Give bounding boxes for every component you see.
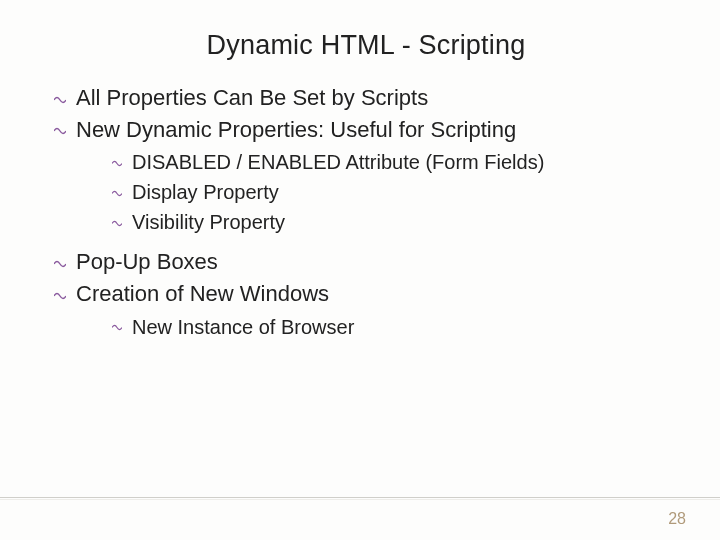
list-item-label: Pop-Up Boxes — [76, 249, 218, 274]
list-item: New Dynamic Properties: Useful for Scrip… — [54, 115, 684, 238]
list-item-label: New Instance of Browser — [132, 316, 354, 338]
list-item: New Instance of Browser — [112, 313, 684, 342]
page-number: 28 — [668, 510, 686, 528]
list-item-label: New Dynamic Properties: Useful for Scrip… — [76, 117, 516, 142]
bullet-icon — [112, 220, 122, 227]
list-item-label: Creation of New Windows — [76, 281, 329, 306]
list-item: Pop-Up Boxes — [54, 247, 684, 277]
divider-shadow — [0, 499, 720, 500]
list-item: Visibility Property — [112, 208, 684, 237]
bullet-icon — [54, 96, 66, 104]
bullet-icon — [112, 324, 122, 331]
bullet-icon — [54, 260, 66, 268]
slide: Dynamic HTML - Scripting All Properties … — [0, 0, 720, 540]
bullet-icon — [112, 190, 122, 197]
list-item: Display Property — [112, 178, 684, 207]
list-item: All Properties Can Be Set by Scripts — [54, 83, 684, 113]
bullet-icon — [54, 292, 66, 300]
list-item: Creation of New Windows New Instance of … — [54, 279, 684, 342]
list-item-label: All Properties Can Be Set by Scripts — [76, 85, 428, 110]
bullet-list-level-1: All Properties Can Be Set by Scripts New… — [54, 83, 684, 342]
list-item: DISABLED / ENABLED Attribute (Form Field… — [112, 148, 684, 177]
list-item-label: Display Property — [132, 181, 279, 203]
slide-title: Dynamic HTML - Scripting — [48, 30, 684, 61]
list-item-label: DISABLED / ENABLED Attribute (Form Field… — [132, 151, 544, 173]
bullet-icon — [54, 127, 66, 135]
bullet-list-level-2: DISABLED / ENABLED Attribute (Form Field… — [112, 148, 684, 237]
bullet-icon — [112, 160, 122, 167]
divider — [0, 497, 720, 498]
list-item-label: Visibility Property — [132, 211, 285, 233]
bullet-list-level-2: New Instance of Browser — [112, 313, 684, 342]
